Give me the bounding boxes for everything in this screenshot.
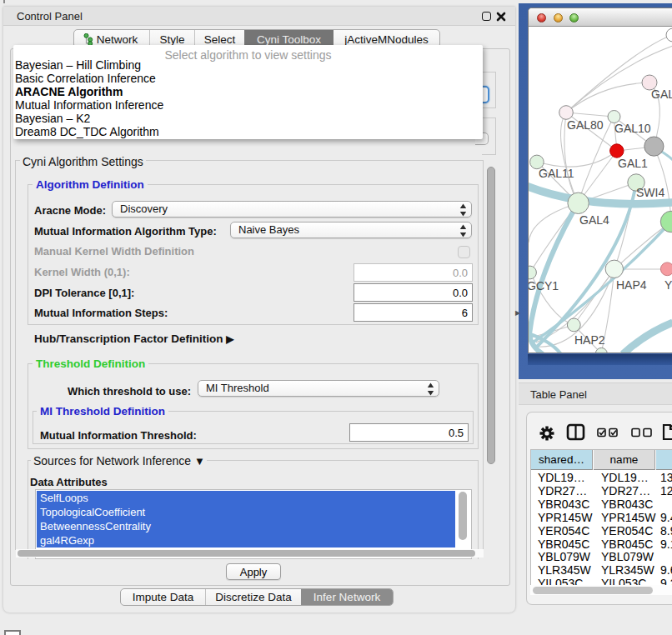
svg-text:GAL4: GAL4 [579,213,609,227]
svg-text:GAL: GAL [651,88,672,101]
svg-text:GCY1: GCY1 [529,279,559,292]
svg-text:SWI4: SWI4 [636,186,664,199]
svg-text:GAL10: GAL10 [614,122,651,135]
svg-text:GAL80: GAL80 [567,118,604,132]
svg-text:Y: Y [664,278,672,292]
svg-text:GAL1: GAL1 [618,157,648,170]
svg-text:HAP4: HAP4 [616,278,647,292]
svg-text:HAP2: HAP2 [574,333,605,347]
svg-text:GAL11: GAL11 [539,167,574,180]
